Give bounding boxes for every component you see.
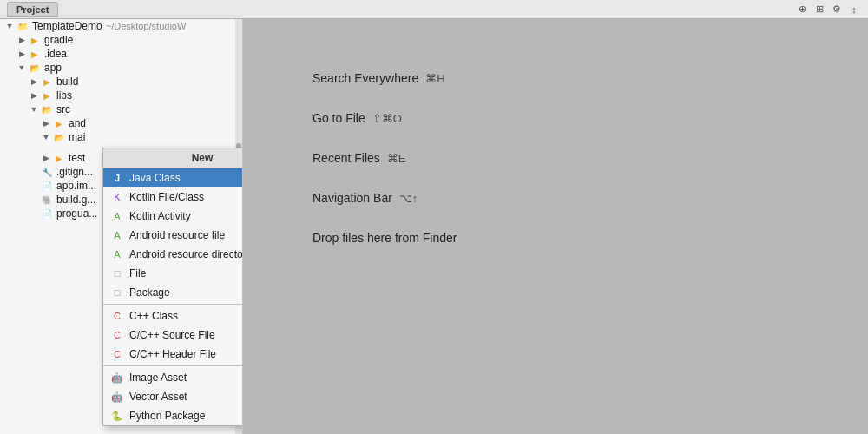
right-panel: Search Everywhere ⌘H Go to File ⇧⌘O Rece… [243,19,868,434]
globe-icon[interactable]: ⊕ [795,3,809,16]
goto-file-label: Go to File [312,111,365,125]
image-asset-icon: 🤖 [110,371,124,385]
file-icon: □ [110,266,124,280]
tree-item-and[interactable]: ▶ ▶ and [0,116,242,130]
android-resource-file-label: Android resource file [129,229,225,241]
menu-item-cpp-source[interactable]: C C/C++ Source File [103,326,243,345]
android-res-dir-icon: A [110,247,124,261]
menu-item-java-class[interactable]: J Java Class [103,168,243,187]
tree-item-idea[interactable]: ▶ ▶ .idea [0,47,242,61]
context-menu: New J Java Class K Kotlin File/Class A K… [102,148,243,426]
drop-files-hint: Drop files here from Finder [312,231,457,245]
and-arrow: ▶ [40,117,52,129]
app-arrow: ▼ [16,62,28,74]
cpp-class-label: C++ Class [129,310,178,322]
sort-icon[interactable]: ↕ [847,3,861,16]
layout-icon[interactable]: ⊞ [812,3,826,16]
menu-item-kotlin-activity[interactable]: A Kotlin Activity [103,207,243,226]
navigation-bar-label: Navigation Bar [312,191,392,205]
cpp-source-label: C/C++ Source File [129,329,215,341]
kotlin-file-label: Kotlin File/Class [129,191,204,203]
build-g-icon: 🐘 [40,194,54,206]
shortcut-recent-files: Recent Files ⌘E [312,151,405,165]
app-iml-label: app.im... [56,180,96,192]
menu-item-android-resource-dir[interactable]: A Android resource directory [103,245,243,264]
menu-item-python-package[interactable]: 🐍 Python Package [103,406,243,425]
kotlin-file-icon: K [110,190,124,204]
src-folder-icon: 📂 [40,103,54,115]
tree-item-mai[interactable]: ▼ 📂 mai [0,130,242,144]
libs-arrow: ▶ [28,89,40,102]
settings-icon[interactable]: ⚙ [830,3,844,16]
shortcut-goto-file: Go to File ⇧⌘O [312,111,402,125]
root-path: ~/Desktop/studioW [106,21,187,31]
search-everywhere-key: ⌘H [425,72,444,85]
shortcut-search-everywhere: Search Everywhere ⌘H [312,71,445,85]
main-layout: ▼ 📁 TemplateDemo ~/Desktop/studioW ▶ ▶ g… [0,19,868,434]
navigation-bar-key: ⌥↑ [399,192,418,205]
python-package-icon: 🐍 [110,409,124,423]
java-icon: J [110,171,124,185]
shortcut-navigation-bar: Navigation Bar ⌥↑ [312,191,418,205]
tree-item-libs[interactable]: ▶ ▶ libs [0,89,242,102]
menu-item-cpp-class[interactable]: C C++ Class [103,306,243,326]
file-tree-panel: ▼ 📁 TemplateDemo ~/Desktop/studioW ▶ ▶ g… [0,19,243,434]
kotlin-activity-icon: A [110,209,124,223]
and-folder-icon: ▶ [52,117,66,129]
menu-item-kotlin-file[interactable]: K Kotlin File/Class [103,187,243,207]
recent-files-key: ⌘E [387,152,406,165]
java-class-label: Java Class [129,172,181,184]
build-g-spacer [28,194,40,206]
root-folder-icon: 📁 [16,20,30,32]
tree-root[interactable]: ▼ 📁 TemplateDemo ~/Desktop/studioW [0,19,242,33]
gradle-label: gradle [44,34,73,46]
recent-files-label: Recent Files [312,151,380,165]
cpp-source-icon: C [110,328,124,342]
gitignore-label: .gitign... [56,166,93,178]
libs-label: libs [56,89,72,102]
mai-folder-icon: 📂 [52,131,66,143]
proguard-spacer [28,207,40,220]
idea-label: .idea [44,48,67,60]
package-label: Package [129,286,170,299]
image-asset-label: Image Asset [129,372,187,384]
cpp-header-label: C/C++ Header File [129,348,216,360]
gradle-folder-icon: ▶ [28,34,42,46]
build-g-label: build.g... [56,194,95,206]
drop-files-label: Drop files here from Finder [312,231,457,245]
libs-folder-icon: ▶ [40,89,54,102]
menu-item-vector-asset[interactable]: 🤖 Vector Asset [103,387,243,406]
root-arrow: ▼ [3,20,16,32]
python-package-label: Python Package [129,410,205,422]
tree-item-build[interactable]: ▶ ▶ build [0,75,242,89]
tree-item-src[interactable]: ▼ 📂 src [0,102,242,116]
tree-item-app[interactable]: ▼ 📂 app [0,61,242,75]
src-arrow: ▼ [28,103,40,115]
test-label: test [69,152,85,164]
test-folder-icon: ▶ [52,152,66,164]
and-label: and [69,117,86,129]
separator-2 [103,365,243,366]
file-label: File [129,267,146,279]
mai-label: mai [69,131,85,143]
build-arrow: ▶ [28,76,40,88]
menu-item-cpp-header[interactable]: C C/C++ Header File [103,345,243,364]
kotlin-activity-label: Kotlin Activity [129,210,191,222]
proguard-label: progua... [56,207,97,220]
gradle-arrow: ▶ [16,34,28,46]
context-menu-header: New [103,148,243,168]
menu-item-android-resource-file[interactable]: A Android resource file [103,226,243,245]
package-icon: □ [110,286,124,299]
menu-item-image-asset[interactable]: 🤖 Image Asset [103,368,243,387]
menu-item-package[interactable]: □ Package [103,283,243,302]
mai-arrow: ▼ [40,131,52,143]
proguard-icon: 📄 [40,207,54,220]
vector-asset-label: Vector Asset [129,391,187,403]
separator-1 [103,304,243,305]
src-label: src [56,103,70,115]
project-tab[interactable]: Project [7,2,58,17]
build-label: build [56,76,78,88]
tree-item-gradle[interactable]: ▶ ▶ gradle [0,33,242,47]
search-everywhere-label: Search Everywhere [312,71,418,85]
menu-item-file[interactable]: □ File [103,264,243,283]
